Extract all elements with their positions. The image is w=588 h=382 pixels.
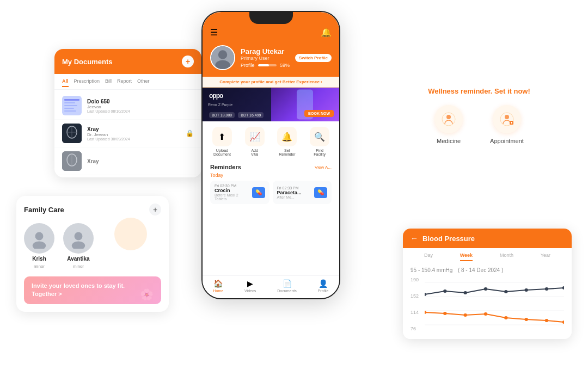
doc-date-xray1: Last Updated 30/09/2024 [87,137,180,141]
nav-home[interactable]: 🏠 Home [213,279,223,293]
svg-rect-7 [64,108,74,109]
wellness-appointment[interactable]: Appointment [490,105,524,144]
medicine-circle-icon [434,105,463,133]
profile-role: Primary User [241,56,290,61]
docs-tab-prescription[interactable]: Prescription [74,78,100,87]
wellness-medicine[interactable]: Medicine [434,105,463,144]
bp-range-value: 95 - 150.4 mmHg [411,267,452,273]
bp-tab-day[interactable]: Day [424,252,433,261]
docs-tabs: All Prescription Bill Report Other [54,74,201,90]
family-add-button[interactable]: + [149,204,161,215]
view-all-link[interactable]: View A... [315,165,332,170]
nav-documents[interactable]: 📄 Documents [277,279,296,293]
svg-point-47 [545,319,548,322]
doc-item-xray1[interactable]: Xray Dr. Jeevan Last Updated 30/09/2024 … [54,120,201,147]
nav-profile[interactable]: 👤 Profile [318,279,329,293]
doc-thumb-xray1 [62,124,82,143]
svg-point-36 [484,287,487,291]
my-documents-card: My Documents + All Prescription Bill Rep… [54,49,201,177]
reminder-time-2: Fri 02:33 PM [277,186,311,190]
ad-book-button[interactable]: BOOK NOW [304,110,334,117]
profile-section: Parag Utekar Primary User Profile 59% Sw… [203,43,339,77]
family-avatar-avantika [63,223,94,254]
doc-sub-dolo: Jeevan [87,104,194,109]
family-blob-decoration [114,218,147,250]
svg-rect-6 [64,105,77,106]
reminder-icon: 🔔 [277,127,297,146]
profile-icon: 👤 [318,279,328,288]
svg-point-33 [425,293,426,296]
quick-action-reminder[interactable]: 🔔 SetReminder [277,127,297,156]
svg-point-40 [562,286,564,289]
doc-info-dolo: Dolo 650 Jeevan Last Updated 08/10/2024 [87,98,194,113]
complete-profile-banner[interactable]: Complete your profile and get Better Exp… [203,77,339,88]
svg-rect-5 [64,102,75,103]
profile-info: Parag Utekar Primary User Profile 59% [241,47,290,68]
videos-icon: ▶ [247,279,253,288]
docs-tab-all[interactable]: All [62,78,69,87]
reminder-info-2: Fri 02:33 PM Paraceta... After Me... [277,186,311,199]
profile-nav-label: Profile [318,289,329,293]
ad-price1: BDT 18,000 [209,112,235,118]
bell-icon[interactable]: 🔔 [321,27,332,38]
reminders-header: Reminders View A... [210,164,332,170]
svg-point-39 [545,287,548,291]
family-care-card: Family Care + Krish minor A [16,196,169,312]
quick-action-upload[interactable]: ⬆ UploadDocument [212,127,232,156]
svg-point-43 [463,313,467,317]
bp-chart-svg [425,277,564,331]
docs-add-button[interactable]: + [182,56,194,67]
svg-point-17 [35,232,44,240]
bp-header: ← Blood Pressure [403,229,572,248]
bp-tab-week[interactable]: Week [460,252,473,261]
nav-videos[interactable]: ▶ Videos [244,279,256,293]
family-member-name-krish: Krish [32,256,46,262]
ad-banner: oppo Reno Z Purple BDT 18,000 BDT 16,499… [203,88,339,121]
home-icon: 🏠 [213,279,223,288]
family-header: Family Care + [24,204,161,215]
bp-y-76: 76 [411,326,419,331]
invite-banner[interactable]: Invite your loved ones to stay fit.Toget… [24,276,161,304]
docs-tab-other[interactable]: Other [137,78,150,87]
doc-sub-xray1: Dr. Jeevan [87,132,180,137]
doc-item-dolo[interactable]: Dolo 650 Jeevan Last Updated 08/10/2024 [54,92,201,120]
bp-tab-year[interactable]: Year [541,252,550,261]
svg-point-20 [75,232,83,240]
profile-progress-bar [258,64,277,66]
wellness-cta-text[interactable]: Set it now! [494,87,530,95]
menu-icon[interactable]: ☰ [210,27,218,38]
doc-thumb-dolo [62,96,82,115]
complete-banner-text: Complete your profile and get [219,79,281,84]
bp-title: Blood Pressure [422,235,475,243]
quick-action-vital[interactable]: 📈 AddVital [245,127,265,156]
doc-item-xray2[interactable]: Xray [54,147,201,175]
switch-profile-button[interactable]: Switch Profile [295,54,332,62]
reminder-card-paracet[interactable]: Fri 02:33 PM Paraceta... After Me... 💊 [273,181,332,204]
bp-content: 95 - 150.4 mmHg ( 8 - 14 Dec 2024 ) 190 … [403,261,572,339]
bp-back-button[interactable]: ← [411,234,418,243]
family-member-avantika[interactable]: Avantika minor [63,223,94,269]
reminder-time-1: Fri 02:30 PM [215,184,249,188]
upload-icon: ⬆ [212,127,232,146]
complete-banner-link[interactable]: Better Experience › [283,79,322,84]
reminder-name-1: Crocin [215,188,249,193]
doc-info-xray2: Xray [87,158,194,164]
family-member-krish[interactable]: Krish minor [24,223,54,269]
profile-progress-fill [258,64,269,66]
blood-pressure-card: ← Blood Pressure Day Week Month Year 95 … [403,229,572,339]
documents-icon: 📄 [283,279,292,288]
family-care-title: Family Care [24,206,64,214]
docs-tab-report[interactable]: Report [117,78,132,87]
doc-name-dolo: Dolo 650 [87,98,194,104]
wellness-reminder-section: Wellness reminder. Set it now! Medicine [414,87,544,144]
bp-y-114: 114 [411,310,419,315]
bp-y-152: 152 [411,293,419,299]
quick-actions-row: ⬆ UploadDocument 📈 AddVital 🔔 SetReminde… [203,121,339,159]
bp-tab-month[interactable]: Month [500,252,513,261]
doc-date-dolo: Last Updated 08/10/2024 [87,109,194,113]
docs-tab-bill[interactable]: Bill [105,78,112,87]
reminder-card-crocin[interactable]: Fri 02:30 PM Crocin Before Meal 2 Tablet… [210,181,270,204]
svg-point-45 [504,316,507,319]
appointment-label: Appointment [490,138,524,144]
quick-action-facility[interactable]: 🔍 FindFacility [310,127,329,156]
